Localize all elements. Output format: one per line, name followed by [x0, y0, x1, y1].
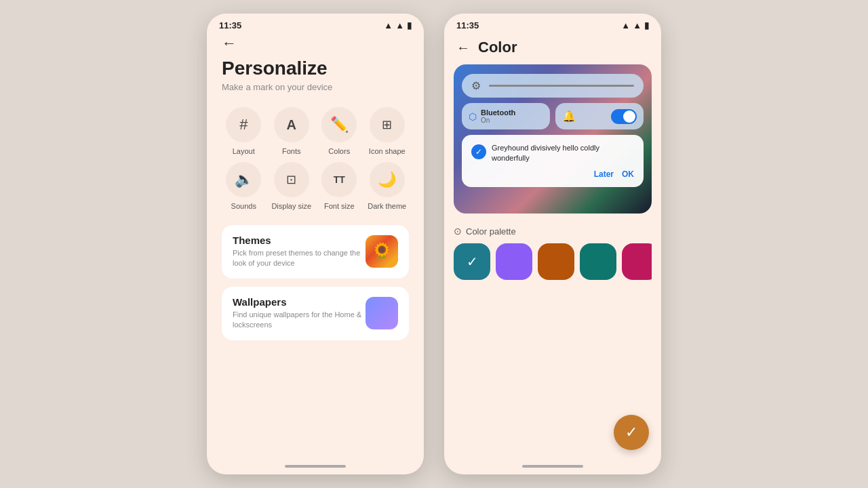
- home-bar-1: [285, 465, 346, 468]
- confirm-fab-icon: ✓: [625, 424, 637, 441]
- themes-card[interactable]: Themes Pick from preset themes to change…: [222, 225, 409, 279]
- wallpapers-card-desc: Find unique wallpapers for the Home & lo…: [233, 310, 366, 331]
- personalize-content: ← Personalize Make a mark on your device…: [207, 35, 424, 460]
- themes-card-text: Themes Pick from preset themes to change…: [233, 235, 366, 269]
- home-bar-2: [522, 465, 583, 468]
- brightness-icon: ⚙: [471, 79, 481, 92]
- palette-icon: ⊙: [454, 226, 462, 237]
- personalize-screen: 11:35 ▲ ▲ ▮ ← Personalize Make a mark on…: [207, 14, 424, 474]
- swatch-selected-check: ✓: [467, 253, 478, 270]
- layout-icon-wrap: #: [226, 107, 261, 142]
- bluetooth-title: Bluetooth: [481, 108, 515, 117]
- status-time-1: 11:35: [219, 20, 241, 30]
- color-preview: ⚙ ⬡ Bluetooth On 🔔: [454, 64, 652, 214]
- status-time-2: 11:35: [456, 20, 479, 30]
- dialog-widget: ✓ Greyhound divisively hello coldly wond…: [462, 135, 644, 187]
- swatch-blue[interactable]: ✓: [454, 243, 490, 280]
- bell-toggle[interactable]: [611, 109, 637, 124]
- back-button-1[interactable]: ←: [222, 35, 409, 52]
- confirm-fab[interactable]: ✓: [614, 415, 649, 450]
- display-size-label: Display size: [271, 202, 311, 210]
- option-display-size[interactable]: ⊡ Display size: [270, 162, 314, 210]
- dark-theme-label: Dark theme: [368, 202, 406, 210]
- bluetooth-widget: ⬡ Bluetooth On: [462, 103, 550, 129]
- icon-shape-icon-wrap: ⊞: [370, 107, 405, 142]
- wallpapers-thumbnail: [366, 297, 398, 329]
- option-colors[interactable]: ✏️ Colors: [317, 107, 361, 155]
- themes-thumbnail: 🌻: [366, 235, 398, 268]
- icon-shape-icon: ⊞: [382, 117, 392, 132]
- signal-icon-2: ▲: [633, 20, 642, 30]
- battery-icon: ▮: [407, 20, 412, 30]
- preview-widgets: ⚙ ⬡ Bluetooth On 🔔: [454, 64, 652, 214]
- option-layout[interactable]: # Layout: [222, 107, 266, 155]
- color-page-title: Color: [478, 39, 517, 56]
- status-bar-1: 11:35 ▲ ▲ ▮: [207, 14, 424, 35]
- back-button-2[interactable]: ←: [456, 40, 470, 56]
- dialog-row: ✓ Greyhound divisively hello coldly wond…: [471, 143, 634, 164]
- color-screen: 11:35 ▲ ▲ ▮ ← Color ⚙: [444, 14, 661, 474]
- color-content: ← Color ⚙ ⬡ Bl: [444, 35, 661, 460]
- colors-icon-wrap: ✏️: [321, 107, 357, 142]
- fonts-label: Fonts: [282, 147, 301, 155]
- layout-icon: #: [239, 116, 248, 134]
- fab-area: ✓: [444, 280, 661, 460]
- signal-icon: ▲: [395, 20, 404, 30]
- dialog-actions: Later OK: [471, 169, 634, 179]
- font-size-label: Font size: [324, 202, 355, 210]
- bluetooth-icon: ⬡: [469, 111, 477, 122]
- page-title-1: Personalize: [222, 58, 409, 79]
- status-bar-2: 11:35 ▲ ▲ ▮: [444, 14, 661, 35]
- palette-section: ⊙ Color palette ✓: [444, 220, 661, 280]
- swatch-orange[interactable]: [538, 243, 574, 280]
- status-icons-1: ▲ ▲ ▮: [384, 20, 412, 30]
- colors-label: Colors: [328, 147, 350, 155]
- option-icon-shape[interactable]: ⊞ Icon shape: [366, 107, 410, 155]
- sounds-label: Sounds: [231, 202, 256, 210]
- page-subtitle-1: Make a mark on your device: [222, 82, 409, 92]
- color-header: ← Color: [444, 35, 661, 64]
- fonts-icon: A: [287, 117, 296, 133]
- themes-card-desc: Pick from preset themes to change the lo…: [233, 248, 366, 269]
- sounds-icon-wrap: 🔈: [226, 162, 261, 197]
- font-size-icon-wrap: TT: [321, 162, 357, 197]
- brightness-widget: ⚙: [462, 74, 644, 98]
- bell-widget: 🔔: [555, 103, 644, 129]
- themes-card-title: Themes: [233, 235, 366, 246]
- swatch-pink[interactable]: [622, 243, 652, 280]
- dialog-ok-button[interactable]: OK: [622, 169, 634, 179]
- palette-label-row: ⊙ Color palette: [454, 226, 652, 237]
- wallpapers-card-title: Wallpapers: [233, 296, 366, 308]
- swatch-teal[interactable]: [580, 243, 616, 280]
- option-font-size[interactable]: TT Font size: [317, 162, 361, 210]
- wifi-icon: ▲: [384, 20, 393, 30]
- screens-container: 11:35 ▲ ▲ ▮ ← Personalize Make a mark on…: [0, 0, 868, 488]
- option-sounds[interactable]: 🔈 Sounds: [222, 162, 266, 210]
- option-dark-theme[interactable]: 🌙 Dark theme: [366, 162, 410, 210]
- bell-icon: 🔔: [562, 110, 576, 123]
- wallpapers-card-text: Wallpapers Find unique wallpapers for th…: [233, 296, 366, 331]
- swatch-purple[interactable]: [496, 243, 532, 280]
- wallpapers-thumb-image: [366, 297, 398, 329]
- dark-theme-icon: 🌙: [378, 171, 396, 188]
- options-grid: # Layout A Fonts ✏️ Colors: [222, 107, 409, 210]
- dark-theme-icon-wrap: 🌙: [370, 162, 405, 197]
- dialog-text: Greyhound divisively hello coldly wonder…: [492, 143, 634, 164]
- option-fonts[interactable]: A Fonts: [270, 107, 314, 155]
- color-swatches: ✓: [454, 243, 652, 280]
- status-icons-2: ▲ ▲ ▮: [621, 20, 649, 30]
- display-size-icon: ⊡: [286, 172, 296, 187]
- bluetooth-sub: On: [481, 117, 515, 124]
- brightness-slider: [489, 85, 634, 87]
- widget-row: ⬡ Bluetooth On 🔔: [462, 103, 644, 129]
- sounds-icon: 🔈: [235, 171, 253, 188]
- dialog-later-button[interactable]: Later: [594, 169, 614, 179]
- layout-label: Layout: [233, 147, 255, 155]
- battery-icon-2: ▮: [644, 20, 649, 30]
- display-size-icon-wrap: ⊡: [274, 162, 309, 197]
- icon-shape-label: Icon shape: [369, 147, 406, 155]
- wifi-icon-2: ▲: [621, 20, 630, 30]
- themes-thumb-image: 🌻: [366, 235, 398, 268]
- dialog-check-icon: ✓: [471, 144, 486, 159]
- wallpapers-card[interactable]: Wallpapers Find unique wallpapers for th…: [222, 287, 409, 340]
